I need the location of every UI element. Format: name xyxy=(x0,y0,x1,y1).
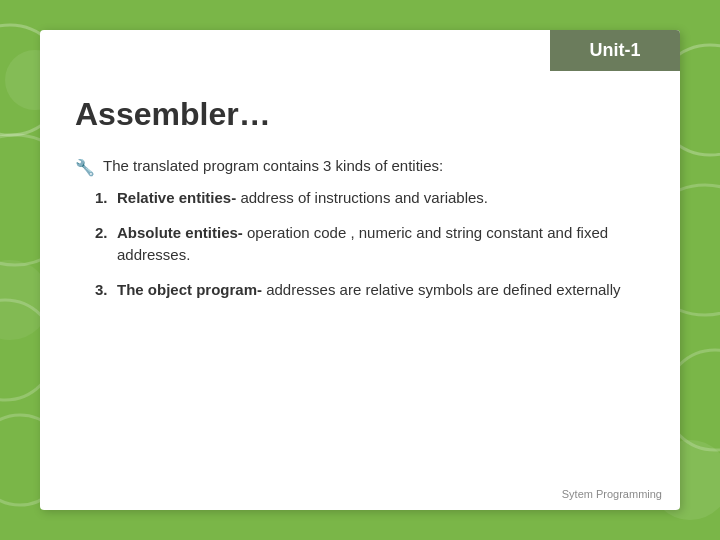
slide-card: Unit-1 Assembler… 🔧 The translated progr… xyxy=(40,30,680,510)
intro-text: The translated program contains 3 kinds … xyxy=(103,157,443,174)
unit-badge: Unit-1 xyxy=(550,30,680,71)
intro-bullet: 🔧 The translated program contains 3 kind… xyxy=(75,157,645,177)
list-num-2: 2. xyxy=(95,222,111,245)
list-item: 1. Relative entities- address of instruc… xyxy=(95,187,645,210)
list-item-2-bold: Absolute entities- xyxy=(117,224,243,241)
list-item-1-text: Relative entities- address of instructio… xyxy=(117,187,488,210)
bullet-section: 🔧 The translated program contains 3 kind… xyxy=(75,157,645,301)
list-item-3-bold: The object program- xyxy=(117,281,262,298)
list-item-1-bold: Relative entities- xyxy=(117,189,236,206)
numbered-list: 1. Relative entities- address of instruc… xyxy=(95,187,645,301)
slide-background: Unit-1 Assembler… 🔧 The translated progr… xyxy=(0,0,720,540)
wrench-icon: 🔧 xyxy=(75,158,95,177)
list-item-3-text: The object program- addresses are relati… xyxy=(117,279,621,302)
footer-label: Sytem Programming xyxy=(562,488,662,500)
list-item-2-text: Absolute entities- operation code , nume… xyxy=(117,222,645,267)
list-item: 3. The object program- addresses are rel… xyxy=(95,279,645,302)
list-item-3-rest: addresses are relative symbols are defin… xyxy=(262,281,621,298)
unit-badge-label: Unit-1 xyxy=(590,40,641,60)
list-item: 2. Absolute entities- operation code , n… xyxy=(95,222,645,267)
slide-content: Assembler… 🔧 The translated program cont… xyxy=(40,40,680,333)
list-num-1: 1. xyxy=(95,187,111,210)
list-item-1-rest: address of instructions and variables. xyxy=(236,189,488,206)
list-num-3: 3. xyxy=(95,279,111,302)
page-title: Assembler… xyxy=(75,96,645,133)
